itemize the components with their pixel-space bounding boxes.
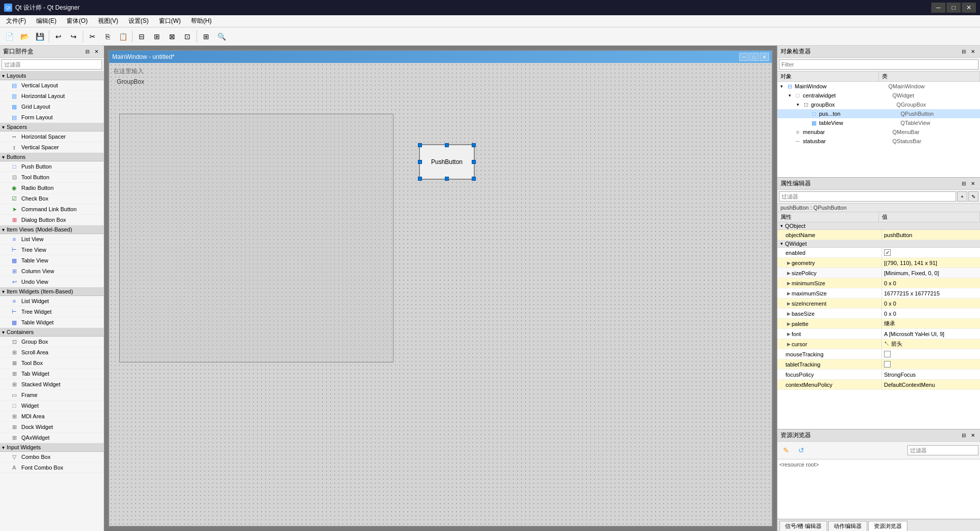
widget-column-view[interactable]: ⊞ Column View (0, 266, 104, 277)
menu-view[interactable]: 视图(V) (94, 16, 122, 26)
menu-window[interactable]: 窗口(W) (155, 16, 185, 26)
maximumsize-arrow[interactable]: ▶ (786, 291, 792, 296)
handle-top-left[interactable] (418, 143, 422, 147)
handle-right[interactable] (472, 160, 476, 164)
enabled-checkbox[interactable]: ✓ (884, 249, 891, 256)
toolbar-cut[interactable]: ✂ (85, 29, 100, 44)
widget-tree-widget[interactable]: ⊢ Tree Widget (0, 307, 104, 317)
prop-row-geometry[interactable]: ▶geometry [(790, 110), 141 x 91] (777, 258, 980, 268)
toolbar-layout-break[interactable]: ⊡ (180, 29, 194, 44)
prop-row-font[interactable]: ▶font A [Microsoft YaHei UI, 9] (777, 329, 980, 339)
widget-qax-widget[interactable]: ⊞ QAxWidget (0, 433, 104, 443)
close-button[interactable]: ✕ (962, 3, 976, 13)
widget-table-view[interactable]: ▦ Table View (0, 255, 104, 266)
section-spacers[interactable]: Spacers (0, 123, 104, 131)
section-containers[interactable]: Containers (0, 328, 104, 337)
menu-help[interactable]: 帮助(H) (187, 16, 216, 26)
prop-row-focuspolicy[interactable]: focusPolicy StrongFocus (777, 370, 980, 380)
widget-undo-view[interactable]: ↩ Undo View (0, 277, 104, 287)
widget-h-spacer[interactable]: ↔ Horizontal Spacer (0, 131, 104, 142)
widget-stacked-widget[interactable]: ⊞ Stacked Widget (0, 379, 104, 390)
prop-row-mousetracking[interactable]: mouseTracking (777, 349, 980, 359)
handle-bottom-left[interactable] (418, 177, 422, 181)
section-qobject[interactable]: QObject (777, 222, 980, 230)
object-inspector-close[interactable]: ✕ (969, 48, 977, 56)
prop-filter-edit[interactable]: ✎ (968, 191, 978, 202)
widget-v-spacer[interactable]: ↕ Vertical Spacer (0, 142, 104, 153)
widget-frame[interactable]: ▭ Frame (0, 390, 104, 401)
toolbar-layout-grid[interactable]: ⊠ (165, 29, 179, 44)
toolbar-copy[interactable]: ⎘ (101, 29, 115, 44)
toolbar-redo[interactable]: ↪ (67, 29, 81, 44)
tree-item-centralwidget[interactable]: ▾ □ centralwidget QWidget (777, 91, 980, 100)
widget-box-close[interactable]: ✕ (92, 48, 101, 56)
designer-canvas[interactable]: 在这里输入 GroupBox PushButton (109, 63, 772, 526)
handle-left[interactable] (418, 160, 422, 164)
section-item-widgets[interactable]: Item Widgets (Item-Based) (0, 287, 104, 296)
section-item-views[interactable]: Item Views (Model-Based) (0, 225, 104, 234)
resource-browser-float[interactable]: ⊟ (960, 432, 968, 440)
widget-mdi-area[interactable]: ⊞ MDI Area (0, 411, 104, 422)
toolbar-layout-v[interactable]: ⊞ (150, 29, 164, 44)
obj-filter-input[interactable] (779, 59, 978, 70)
widget-combo-box[interactable]: ▽ Combo Box (0, 452, 104, 462)
geometry-arrow[interactable]: ▶ (786, 260, 792, 266)
prop-row-objectname[interactable]: objectName pushButton (777, 230, 980, 240)
prop-row-sizepolicy[interactable]: ▶sizePolicy [Minimum, Fixed, 0, 0] (777, 268, 980, 278)
tab-signal-slot[interactable]: 信号/槽 编辑器 (779, 521, 827, 531)
prop-row-cursor[interactable]: ▶cursor ↖ 箭头 (777, 339, 980, 349)
prop-value-enabled[interactable]: ✓ (882, 248, 980, 257)
prop-row-enabled[interactable]: enabled ✓ (777, 248, 980, 258)
widget-tool-box[interactable]: ⊠ Tool Box (0, 358, 104, 369)
menu-form[interactable]: 窗体(O) (62, 16, 91, 26)
prop-value-objectname[interactable]: pushButton (882, 230, 980, 240)
prop-row-contextmenupolicy[interactable]: contextMenuPolicy DefaultContextMenu (777, 380, 980, 390)
mousetracking-checkbox[interactable] (884, 351, 891, 357)
widget-push-button[interactable]: □ Push Button (0, 161, 104, 172)
tab-action-editor[interactable]: 动作编辑器 (828, 521, 867, 531)
section-layouts[interactable]: Layouts (0, 72, 104, 80)
widget-grid-layout[interactable]: ▦ Grid Layout (0, 102, 104, 112)
pushbutton-widget[interactable]: PushButton (419, 144, 475, 180)
tablettracking-checkbox[interactable] (884, 361, 891, 368)
widget-list-view[interactable]: ≡ List View (0, 234, 104, 245)
widget-vertical-layout[interactable]: ▤ Vertical Layout (0, 80, 104, 91)
widget-tab-widget[interactable]: ⊞ Tab Widget (0, 369, 104, 379)
toolbar-undo[interactable]: ↩ (51, 29, 66, 44)
expand-groupbox[interactable]: ▾ (794, 102, 802, 107)
widget-dialog-button-box[interactable]: ⊞ Dialog Button Box (0, 215, 104, 225)
prop-value-mousetracking[interactable] (882, 349, 980, 359)
widget-font-combo-box[interactable]: A Font Combo Box (0, 462, 104, 473)
basesize-arrow[interactable]: ▶ (786, 311, 792, 316)
menu-file[interactable]: 文件(F) (2, 16, 30, 26)
section-input-widgets[interactable]: Input Widgets (0, 443, 104, 452)
minimumsize-arrow[interactable]: ▶ (786, 281, 792, 286)
section-buttons[interactable]: Buttons (0, 153, 104, 161)
resource-edit-btn[interactable]: ✎ (779, 443, 793, 457)
handle-bottom-right[interactable] (472, 177, 476, 181)
resource-browser-close[interactable]: ✕ (969, 432, 977, 440)
prop-row-minimumsize[interactable]: ▶minimumSize 0 x 0 (777, 278, 980, 288)
font-arrow[interactable]: ▶ (786, 331, 792, 337)
toolbar-layout-h[interactable]: ⊟ (135, 29, 149, 44)
maximize-button[interactable]: □ (946, 3, 961, 13)
widget-tool-button[interactable]: ⊡ Tool Button (0, 172, 104, 183)
menu-edit[interactable]: 编辑(E) (32, 16, 60, 26)
widget-box-search[interactable] (2, 59, 102, 70)
widget-list-widget[interactable]: ≡ List Widget (0, 296, 104, 307)
resource-refresh-btn[interactable]: ↺ (794, 443, 808, 457)
toolbar-zoom[interactable]: 🔍 (214, 29, 228, 44)
sizeincrement-arrow[interactable]: ▶ (786, 301, 792, 306)
toolbar-paste[interactable]: 📋 (116, 29, 130, 44)
toolbar-new[interactable]: 📄 (2, 29, 16, 44)
prop-value-tablettracking[interactable] (882, 359, 980, 369)
minimize-button[interactable]: ─ (931, 3, 945, 13)
widget-tree-view[interactable]: ⊢ Tree View (0, 245, 104, 255)
object-inspector-float[interactable]: ⊟ (960, 48, 968, 56)
tree-item-groupbox[interactable]: ▾ ⊡ groupBox QGroupBox (777, 100, 980, 109)
expand-mainwindow[interactable]: ▾ (777, 84, 786, 89)
widget-form-layout[interactable]: ▤ Form Layout (0, 112, 104, 123)
widget-scroll-area[interactable]: ⊞ Scroll Area (0, 347, 104, 358)
toolbar-open[interactable]: 📂 (17, 29, 31, 44)
designer-minimize[interactable]: ─ (739, 53, 748, 61)
